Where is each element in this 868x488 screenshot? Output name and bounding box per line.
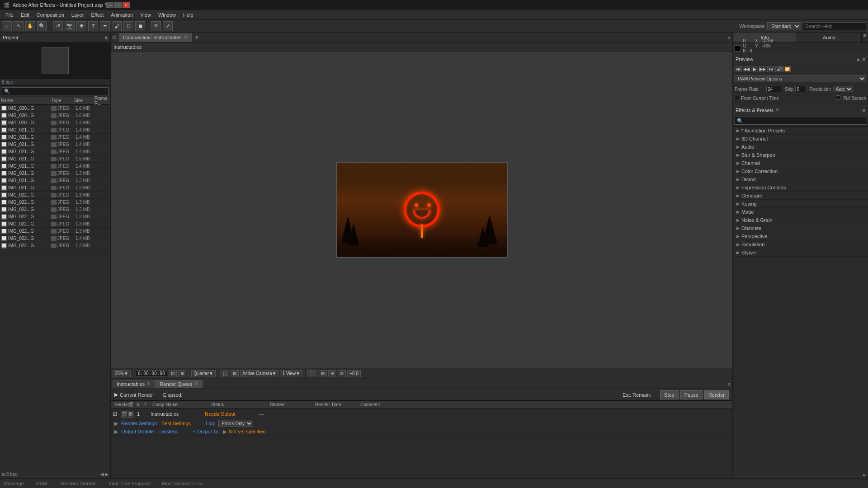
render-queue-tab-close[interactable]: ✕ bbox=[194, 381, 198, 387]
effect-item[interactable]: ▶Color Correction bbox=[733, 167, 868, 175]
effect-item[interactable]: ▶Distort bbox=[733, 175, 868, 183]
effect-item[interactable]: ▶Noise & Grain bbox=[733, 216, 868, 224]
full-screen-checkbox[interactable] bbox=[836, 95, 840, 100]
file-item[interactable]: ⬜ IMG_022...G JPEG 1.3 MB bbox=[0, 242, 110, 249]
tab-instructables[interactable]: Instructables ✕ bbox=[113, 380, 155, 388]
effect-item[interactable]: ▶Matte bbox=[733, 208, 868, 216]
instructables-tab-close[interactable]: ✕ bbox=[146, 381, 151, 387]
scroll-left-btn[interactable]: ◀ bbox=[100, 472, 104, 477]
tool-extra2[interactable]: ⤢ bbox=[163, 21, 173, 31]
menu-help[interactable]: Help bbox=[179, 11, 197, 19]
exposure[interactable]: +0.0 bbox=[347, 370, 361, 377]
render-button[interactable]: Render bbox=[704, 390, 729, 399]
log-select[interactable]: Errors Only bbox=[218, 420, 253, 427]
view-count-control[interactable]: 1 View▼ bbox=[280, 370, 302, 377]
file-item[interactable]: ⬜ IMG_021...G JPEG 1.4 MB bbox=[0, 163, 110, 170]
ram-preview-btn[interactable]: ⊕ bbox=[178, 370, 186, 377]
file-item[interactable]: ⬜ IMG_021...G JPEG 1.5 MB bbox=[0, 155, 110, 163]
effect-item[interactable]: ▶Simulation bbox=[733, 240, 868, 249]
tab-render-queue[interactable]: Render Queue ✕ bbox=[156, 380, 202, 388]
effect-item[interactable]: ▶Obsolete bbox=[733, 224, 868, 232]
ram-preview-select[interactable]: RAM Preview Options bbox=[735, 75, 866, 82]
file-item[interactable]: ⬜ IMG_020...G JPEG 1.4 MB bbox=[0, 119, 110, 127]
tab-audio[interactable]: Audio bbox=[797, 33, 861, 42]
search-help-input[interactable] bbox=[803, 22, 866, 30]
stop-button[interactable]: Stop bbox=[660, 390, 679, 399]
prev-step-fwd-btn[interactable]: ▶▶ bbox=[759, 66, 766, 72]
comp-tab-arrow[interactable]: ▼ bbox=[194, 35, 199, 40]
effects-close[interactable]: ✕ bbox=[775, 107, 779, 113]
file-item[interactable]: ⬜ IMG_022...G JPEG 1.3 MB bbox=[0, 192, 110, 199]
menu-view[interactable]: View bbox=[137, 11, 155, 19]
preview-menu[interactable]: ≡ bbox=[863, 56, 865, 62]
grid[interactable]: ⊟ bbox=[328, 370, 336, 377]
effect-item[interactable]: ▶Channel bbox=[733, 159, 868, 167]
zoom-control[interactable]: 25%▼ bbox=[113, 370, 131, 377]
timecode-display[interactable]: 0:00:00:00 bbox=[136, 371, 167, 376]
comp-panel-menu[interactable]: ≡ bbox=[728, 35, 731, 40]
file-item[interactable]: ⬜ IMG_022...G JPEG 1.4 MB bbox=[0, 235, 110, 242]
project-panel-menu-icon[interactable]: ≡ bbox=[105, 35, 108, 40]
effect-item[interactable]: ▶Keying bbox=[733, 200, 868, 208]
view-mode[interactable]: ⊞ bbox=[231, 370, 239, 377]
output-to-value[interactable]: ▶ Not yet specified bbox=[223, 429, 265, 434]
comp-tab-main[interactable]: Composition: Instructables ✕ bbox=[119, 33, 192, 42]
active-camera-control[interactable]: Active Camera▼ bbox=[240, 370, 278, 377]
menu-effect[interactable]: Effect bbox=[87, 11, 107, 19]
tool-pen[interactable]: ✒ bbox=[100, 21, 110, 31]
bottom-panel-menu[interactable]: ≡ bbox=[728, 381, 731, 387]
motion-blur[interactable]: ⊘ bbox=[338, 370, 346, 377]
menu-file[interactable]: File bbox=[2, 11, 17, 19]
scroll-right-btn[interactable]: ▶ bbox=[105, 472, 108, 477]
output-module-value[interactable]: Lossless bbox=[158, 429, 178, 434]
expand-output-module[interactable]: ▶ bbox=[114, 429, 118, 434]
tool-brush[interactable]: 🖌 bbox=[112, 21, 122, 31]
add-output-btn[interactable]: + bbox=[193, 429, 197, 434]
menu-composition[interactable]: Composition bbox=[33, 11, 68, 19]
file-item[interactable]: ⬜ IMG_021...G JPEG 1.3 MB bbox=[0, 177, 110, 184]
toggle-transparency[interactable]: ⬚ bbox=[221, 370, 229, 377]
frame-advance[interactable]: ⊡ bbox=[169, 370, 177, 377]
tool-shape[interactable]: ◼ bbox=[135, 21, 145, 31]
effect-item[interactable]: ▶Blur & Sharpen bbox=[733, 151, 868, 159]
effect-item[interactable]: ▶Audio bbox=[733, 143, 868, 151]
pause-button[interactable]: Pause bbox=[680, 390, 703, 399]
prev-step-back-btn[interactable]: ◀◀ bbox=[743, 66, 750, 72]
safe-margins[interactable]: ⊞ bbox=[319, 370, 327, 377]
effect-item[interactable]: ▶Generate bbox=[733, 192, 868, 200]
quality-control[interactable]: Quarter▼ bbox=[191, 370, 216, 377]
file-item[interactable]: ⬜ IMG_022...G JPEG 1.3 MB bbox=[0, 221, 110, 228]
file-item[interactable]: ⬜ IMG_022...G JPEG 1.3 MB bbox=[0, 206, 110, 213]
render-settings-value[interactable]: Best Settings bbox=[161, 421, 191, 426]
prev-play-btn[interactable]: ▶ bbox=[751, 66, 758, 72]
effect-item[interactable]: ▶3D Channel bbox=[733, 135, 868, 143]
tool-rotate[interactable]: ↺ bbox=[53, 21, 63, 31]
preview-expand[interactable]: ▲ bbox=[856, 56, 861, 62]
effects-search-input[interactable] bbox=[735, 117, 866, 125]
tool-home[interactable]: ⌂ bbox=[2, 21, 12, 31]
tool-pan[interactable]: ✥ bbox=[76, 21, 86, 31]
project-search-input[interactable] bbox=[2, 87, 108, 95]
pixel-aspect[interactable]: ⬛ bbox=[307, 370, 317, 377]
file-item[interactable]: ⬜ IMG_021...G JPEG 1.4 MB bbox=[0, 148, 110, 155]
effect-item[interactable]: ▶Expression Controls bbox=[733, 183, 868, 192]
effect-item[interactable]: ▶* Animation Presets bbox=[733, 127, 868, 135]
comp-tab-close[interactable]: ✕ bbox=[184, 34, 188, 40]
effects-expand[interactable]: ▲ bbox=[862, 472, 866, 477]
file-item[interactable]: ⬜ IMG_021...G JPEG 1.4 MB bbox=[0, 134, 110, 141]
prev-first-btn[interactable]: ⏮ bbox=[735, 66, 742, 72]
menu-edit[interactable]: Edit bbox=[17, 11, 33, 19]
tool-hand[interactable]: ✋ bbox=[25, 21, 35, 31]
minimize-button[interactable]: ─ bbox=[106, 2, 113, 8]
tool-zoom[interactable]: 🔍 bbox=[37, 21, 47, 31]
effects-menu[interactable]: ≡ bbox=[863, 108, 865, 113]
composition-viewport[interactable] bbox=[111, 52, 732, 368]
render-check[interactable]: ☑ bbox=[113, 411, 121, 417]
file-item[interactable]: ⬜ IMG_022...G JPEG 1.3 MB bbox=[0, 213, 110, 221]
tool-rubber[interactable]: ◻ bbox=[123, 21, 133, 31]
effect-item[interactable]: ▶Stylize bbox=[733, 249, 868, 257]
prev-last-btn[interactable]: ⏭ bbox=[767, 66, 774, 72]
maximize-button[interactable]: □ bbox=[114, 2, 122, 8]
close-button[interactable]: ✕ bbox=[123, 2, 130, 8]
workspace-select[interactable]: Standard bbox=[767, 22, 801, 30]
